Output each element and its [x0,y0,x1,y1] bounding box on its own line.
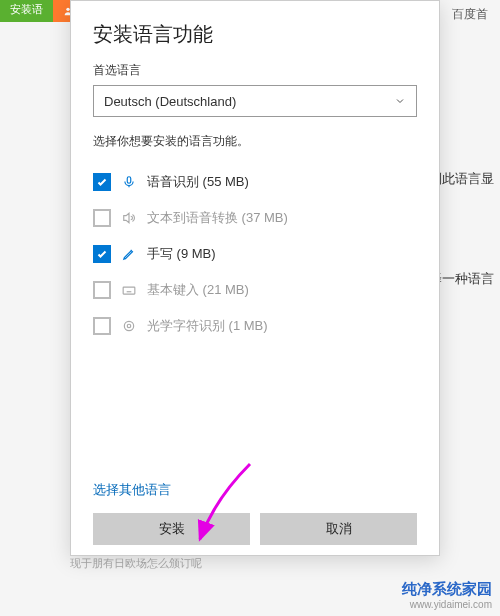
language-select[interactable]: Deutsch (Deutschland) [93,85,417,117]
svg-point-3 [124,321,133,330]
checkbox-handwriting[interactable] [93,245,111,263]
feature-basic-typing: 基本键入 (21 MB) [93,272,417,308]
bg-footer: 现于朋有日欧场怎么颁订呢 [70,556,202,571]
feature-list: 语音识别 (55 MB) 文本到语音转换 (37 MB) 手写 (9 MB) 基… [93,164,417,481]
checkbox-speech[interactable] [93,173,111,191]
tts-icon [121,210,137,226]
feature-speech-recognition: 语音识别 (55 MB) [93,164,417,200]
select-other-language-link[interactable]: 选择其他语言 [93,481,417,499]
feature-handwriting: 手写 (9 MB) [93,236,417,272]
pen-icon [121,246,137,262]
check-icon [96,248,108,260]
keyboard-icon [121,282,137,298]
watermark: 纯净系统家园 www.yidaimei.com [402,580,492,610]
feature-label: 语音识别 (55 MB) [147,173,249,191]
watermark-url: www.yidaimei.com [402,599,492,610]
ocr-icon [121,318,137,334]
svg-rect-2 [123,287,135,294]
instruction-text: 选择你想要安装的语言功能。 [93,133,417,150]
preferred-language-label: 首选语言 [93,62,417,79]
feature-label: 手写 (9 MB) [147,245,216,263]
feature-label: 光学字符识别 (1 MB) [147,317,268,335]
checkbox-typing [93,281,111,299]
feature-ocr: 光学字符识别 (1 MB) [93,308,417,344]
checkbox-ocr [93,317,111,335]
dialog-buttons: 安装 取消 [71,513,439,555]
checkbox-tts [93,209,111,227]
install-language-dialog: 安装语言功能 首选语言 Deutsch (Deutschland) 选择你想要安… [70,0,440,556]
feature-label: 基本键入 (21 MB) [147,281,249,299]
chevron-down-icon [394,95,406,107]
install-button[interactable]: 安装 [93,513,250,545]
cancel-button[interactable]: 取消 [260,513,417,545]
check-icon [96,176,108,188]
feature-label: 文本到语音转换 (37 MB) [147,209,288,227]
svg-point-4 [127,324,131,328]
bg-tab-1: 安装语 [0,0,53,22]
language-select-value: Deutsch (Deutschland) [104,94,236,109]
feature-tts: 文本到语音转换 (37 MB) [93,200,417,236]
watermark-brand: 纯净系统家园 [402,580,492,599]
bg-right-top: 百度首 [452,6,488,23]
dialog-title: 安装语言功能 [93,21,417,48]
svg-rect-1 [127,177,131,183]
mic-icon [121,174,137,190]
